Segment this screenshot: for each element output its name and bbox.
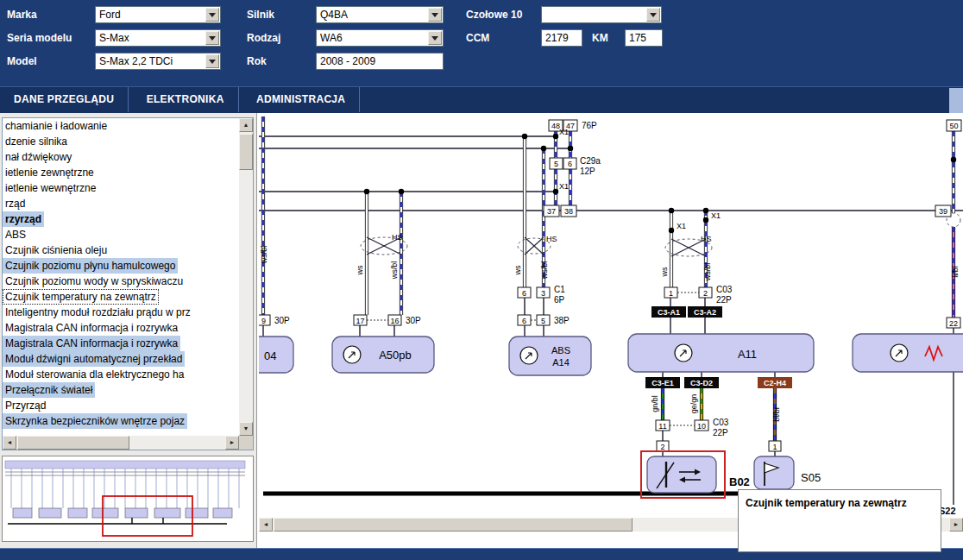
dropdown-arrow-icon[interactable] (205, 8, 219, 22)
list-item-label: rząd (3, 196, 28, 211)
list-item-label: Czujnik poziomu wody w spryskiwaczu (3, 274, 186, 289)
list-item[interactable]: ietlenie wewnętrzne (3, 180, 239, 196)
scrollbar-corner (239, 436, 253, 450)
wire-color-label: li/bl (951, 266, 960, 278)
list-item[interactable]: nał dźwiękowy (3, 149, 239, 165)
pin-label: 6 (522, 289, 526, 298)
pin-label: 6 (522, 317, 526, 325)
list-item[interactable]: Przyrząd (3, 398, 239, 413)
list-item-label: dzenie silnika (3, 134, 70, 149)
scroll-down-button[interactable]: ▼ (239, 422, 253, 436)
component-label: ABS (551, 345, 570, 356)
list-item[interactable]: chamianie i ładowanie (3, 118, 239, 134)
app-window: Marka Ford Seria modelu S-Max Model S-Ma… (0, 0, 963, 560)
list-item[interactable]: Moduł sterowania dla elektrycznego ha (3, 367, 239, 382)
scroll-right-button[interactable]: ► (949, 518, 963, 532)
pin-label: 2 (660, 443, 664, 451)
wire-color-label: ws/bl (260, 246, 268, 265)
rok-input[interactable] (316, 53, 444, 70)
pin-label: 22 (949, 319, 958, 328)
component-tooltip: Czujnik temperatury na zewnątrz (738, 489, 941, 552)
pin-label: 5 (541, 317, 545, 325)
ccm-input[interactable] (541, 29, 582, 47)
dropdown-arrow-icon[interactable] (646, 8, 660, 22)
list-item[interactable]: Inteligentny moduł rozdziału prądu w prz (3, 305, 239, 320)
silnik-select[interactable]: Q4BA (316, 6, 444, 23)
list-item[interactable]: Magistrala CAN informacja i rozrywka (3, 336, 239, 351)
list-item[interactable]: Moduł dźwigni automatycznej przekład (3, 351, 239, 367)
tooltip-text: Czujnik temperatury na zewnątrz (746, 497, 907, 509)
scroll-left-button[interactable]: ◄ (259, 518, 273, 532)
dropdown-arrow-icon[interactable] (205, 54, 219, 68)
list-item[interactable]: dzenie silnika (3, 134, 239, 149)
list-vertical-scrollbar[interactable]: ▲ ▼ (239, 118, 253, 436)
connector-label: C29a (580, 156, 601, 166)
component-right-partial[interactable] (853, 334, 963, 372)
diagram-overview-thumbnail[interactable] (2, 456, 254, 542)
marka-value: Ford (99, 8, 203, 22)
wiring-diagram[interactable]: 48 47 76P 5 6 C29a 12P 37 38 39 50 X1 X1… (259, 116, 963, 518)
rok-label: Rok (247, 55, 267, 67)
splice-label: X1 (711, 211, 721, 220)
shield-label: HS (392, 233, 403, 242)
connector-label: C1 (554, 285, 565, 294)
list-item-label: Przyrząd (3, 398, 48, 413)
component-label: A14 (552, 357, 570, 368)
list-item[interactable]: ietlenie zewnętrzne (3, 165, 239, 180)
list-item-selected[interactable]: Czujnik temperatury na zewnątrz (3, 289, 239, 305)
silnik-value: Q4BA (320, 8, 425, 22)
scrollbar-thumb[interactable] (17, 436, 129, 450)
component-s05[interactable] (754, 456, 794, 489)
model-label: Model (7, 55, 37, 67)
component-a11[interactable] (628, 334, 814, 372)
component-icon (891, 344, 908, 362)
list-item[interactable]: ABS (3, 227, 239, 242)
list-item[interactable]: Czujnik ciśnienia oleju (3, 242, 239, 258)
model-select[interactable]: S-Max 2,2 TDCi (95, 53, 221, 70)
list-item[interactable]: rząd (3, 196, 239, 211)
connector-tag-label: C2-H4 (764, 379, 786, 387)
scroll-right-button[interactable]: ► (225, 436, 239, 450)
list-item-label: Magistrala CAN informacja i rozrywka (3, 336, 180, 351)
scrollbar-thumb[interactable] (239, 134, 253, 170)
shield-label: HS (546, 235, 557, 243)
silnik-label: Silnik (247, 9, 274, 21)
list-item[interactable]: Czujnik poziomu płynu hamulcowego (3, 258, 239, 274)
wire-color-label: ws/bl (390, 261, 399, 280)
dropdown-arrow-icon[interactable] (205, 31, 219, 45)
list-item-label: Moduł sterowania dla elektrycznego ha (3, 367, 186, 382)
list-item[interactable]: Przełącznik świateł (3, 382, 239, 398)
connector-label: C03 (713, 418, 729, 427)
menu-item-administracja[interactable]: ADMINISTRACJA (242, 87, 360, 112)
seria-label: Seria modelu (7, 32, 72, 44)
minimap (3, 456, 253, 541)
marka-select[interactable]: Ford (95, 6, 221, 23)
menu-item-elektronika[interactable]: ELEKTRONIKA (133, 87, 239, 112)
menu-item-dane-przegladu[interactable]: DANE PRZEGLĄDU (0, 87, 129, 112)
wire-color-label: ws (513, 265, 522, 275)
rodzaj-select[interactable]: WA6 (316, 29, 444, 47)
list-item-label: Skrzynka bezpieczników wnętrze pojaz (3, 413, 187, 429)
main-menu: DANE PRZEGLĄDU ELEKTRONIKA ADMINISTRACJA (0, 86, 963, 113)
list-horizontal-scrollbar[interactable]: ◄ ► (3, 436, 239, 450)
list-item-category[interactable]: rzyrząd (3, 211, 239, 227)
component-b02[interactable] (647, 456, 716, 493)
dropdown-arrow-icon[interactable] (428, 31, 442, 45)
scrollbar-thumb[interactable] (274, 518, 633, 532)
km-input[interactable] (625, 29, 663, 47)
list-item[interactable]: Magistrala CAN informacja i rozrywka (3, 320, 239, 336)
list-item[interactable]: Skrzynka bezpieczników wnętrze pojaz (3, 413, 239, 429)
seria-select[interactable]: S-Max (95, 29, 221, 47)
connector-tag-label: C3-E1 (651, 379, 674, 387)
list-item[interactable]: Czujnik poziomu wody w spryskiwaczu (3, 274, 239, 289)
scroll-up-button[interactable]: ▲ (239, 118, 253, 132)
component-label: 04 (264, 349, 276, 362)
pin-label: 50 (949, 122, 958, 130)
czolowe-select[interactable] (541, 6, 662, 23)
component-abs-a14[interactable] (509, 337, 591, 375)
dropdown-arrow-icon[interactable] (428, 8, 442, 22)
scroll-left-button[interactable]: ◄ (3, 436, 16, 450)
pin-label: 3 (541, 289, 545, 298)
list-item-label: Przełącznik świateł (3, 382, 95, 398)
pin-label: 1 (669, 289, 673, 298)
